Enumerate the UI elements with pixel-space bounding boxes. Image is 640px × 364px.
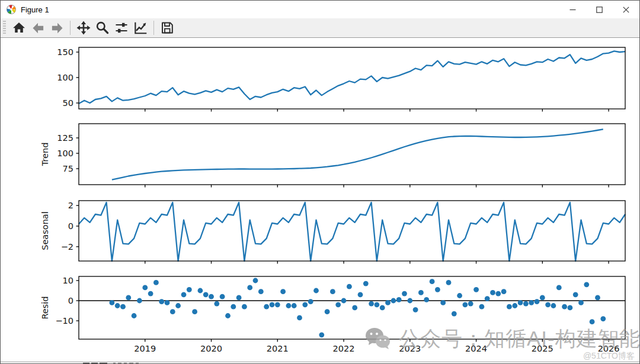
toolbar-separator bbox=[70, 21, 71, 35]
resid-point bbox=[595, 295, 600, 301]
resid-point bbox=[181, 292, 187, 297]
resid-point bbox=[159, 299, 164, 304]
back-button[interactable] bbox=[29, 20, 47, 36]
resid-point bbox=[308, 299, 313, 304]
resid-point bbox=[203, 292, 209, 297]
resid-point bbox=[573, 292, 578, 297]
resid-point bbox=[192, 309, 197, 314]
x-tick-label: 2021 bbox=[267, 344, 289, 353]
forward-button[interactable] bbox=[48, 20, 66, 36]
resid-point bbox=[258, 289, 264, 294]
x-tick-label: 2024 bbox=[465, 344, 487, 353]
resid-point bbox=[132, 313, 137, 318]
resid-point bbox=[115, 303, 120, 308]
observed-line bbox=[79, 51, 625, 104]
cropped-footer-row bbox=[1, 362, 640, 364]
minimize-icon bbox=[569, 7, 576, 13]
resid-point bbox=[551, 303, 556, 308]
resid-point bbox=[391, 298, 396, 304]
resid-point bbox=[490, 290, 495, 295]
subplot-observed: 50100150 bbox=[57, 47, 625, 112]
axes-frame bbox=[79, 124, 625, 185]
resid-point bbox=[584, 282, 589, 287]
resid-point bbox=[280, 289, 286, 294]
home-icon bbox=[12, 21, 26, 35]
caption-buttons bbox=[559, 1, 639, 18]
resid-point bbox=[120, 304, 126, 310]
resid-point bbox=[507, 304, 512, 310]
resid-point bbox=[231, 304, 236, 310]
resid-point bbox=[236, 295, 242, 301]
trend-ylabel: Trend bbox=[40, 143, 50, 167]
resid-point bbox=[479, 304, 485, 310]
save-button[interactable] bbox=[158, 20, 176, 36]
magnifier-icon bbox=[95, 21, 110, 35]
configure-subplots-button[interactable] bbox=[113, 20, 130, 36]
resid-point bbox=[407, 298, 412, 304]
resid-point bbox=[209, 294, 214, 299]
resid-point bbox=[292, 303, 297, 308]
axes-frame bbox=[79, 276, 625, 339]
close-button[interactable] bbox=[613, 1, 639, 18]
resid-point bbox=[126, 295, 131, 301]
y-tick-label: 100 bbox=[57, 149, 73, 158]
seasonal-line bbox=[79, 202, 625, 261]
resid-point bbox=[518, 300, 523, 305]
51cto-badge: @51CTO博客 bbox=[583, 351, 635, 362]
resid-point bbox=[264, 304, 269, 310]
resid-point bbox=[302, 302, 308, 307]
trend-line bbox=[112, 129, 603, 179]
line-chart-icon bbox=[133, 20, 148, 36]
maximize-icon bbox=[596, 7, 603, 13]
resid-point bbox=[363, 281, 369, 286]
resid-point bbox=[153, 280, 159, 285]
zoom-button[interactable] bbox=[94, 20, 111, 36]
resid-point bbox=[435, 287, 440, 292]
pan-button[interactable] bbox=[75, 20, 92, 36]
x-tick-label: 2023 bbox=[399, 344, 421, 353]
y-tick-label: 100 bbox=[57, 73, 73, 82]
y-tick-label: 125 bbox=[57, 133, 73, 143]
y-tick-label: 75 bbox=[63, 164, 73, 173]
resid-point bbox=[275, 302, 280, 307]
resid-point bbox=[590, 319, 595, 324]
axes-frame bbox=[79, 47, 625, 109]
y-tick-label: 0 bbox=[68, 221, 73, 231]
x-tick-label: 2025 bbox=[532, 344, 553, 353]
resid-point bbox=[440, 300, 446, 305]
figure-canvas[interactable]: 5010015075100125Trend−202Seasonal−100102… bbox=[1, 1, 640, 364]
resid-point bbox=[142, 285, 148, 291]
toolbar-separator bbox=[153, 21, 154, 35]
minimize-button[interactable] bbox=[559, 1, 586, 18]
resid-point bbox=[562, 304, 567, 310]
y-tick-label: 150 bbox=[57, 47, 73, 57]
title-bar[interactable]: Figure 1 bbox=[1, 1, 639, 18]
edit-parameters-button[interactable] bbox=[132, 20, 149, 36]
subplot-resid: −1001020192020202120222023202420252026Re… bbox=[40, 276, 625, 353]
home-button[interactable] bbox=[10, 20, 28, 36]
resid-point bbox=[319, 332, 324, 337]
resid-point bbox=[170, 309, 175, 314]
y-tick-label: 50 bbox=[63, 98, 73, 108]
window-title: Figure 1 bbox=[21, 5, 49, 14]
resid-point bbox=[529, 300, 534, 305]
resid-point bbox=[137, 298, 142, 304]
seasonal-ylabel: Seasonal bbox=[40, 211, 50, 250]
resid-point bbox=[148, 291, 153, 297]
resid-point bbox=[341, 298, 347, 304]
resid-point bbox=[110, 300, 115, 305]
resid-point bbox=[369, 301, 374, 307]
resid-point bbox=[396, 297, 402, 302]
resid-point bbox=[424, 297, 429, 302]
toolbar-handle[interactable] bbox=[3, 21, 6, 35]
resid-point bbox=[452, 311, 457, 317]
y-tick-label: −10 bbox=[55, 316, 73, 326]
resid-point bbox=[463, 302, 468, 307]
resid-point bbox=[545, 302, 551, 307]
resid-point bbox=[418, 290, 424, 295]
resid-point bbox=[220, 294, 225, 299]
maximize-button[interactable] bbox=[586, 1, 613, 18]
resid-point bbox=[375, 302, 380, 307]
resid-point bbox=[380, 305, 385, 311]
resid-point bbox=[313, 288, 319, 294]
